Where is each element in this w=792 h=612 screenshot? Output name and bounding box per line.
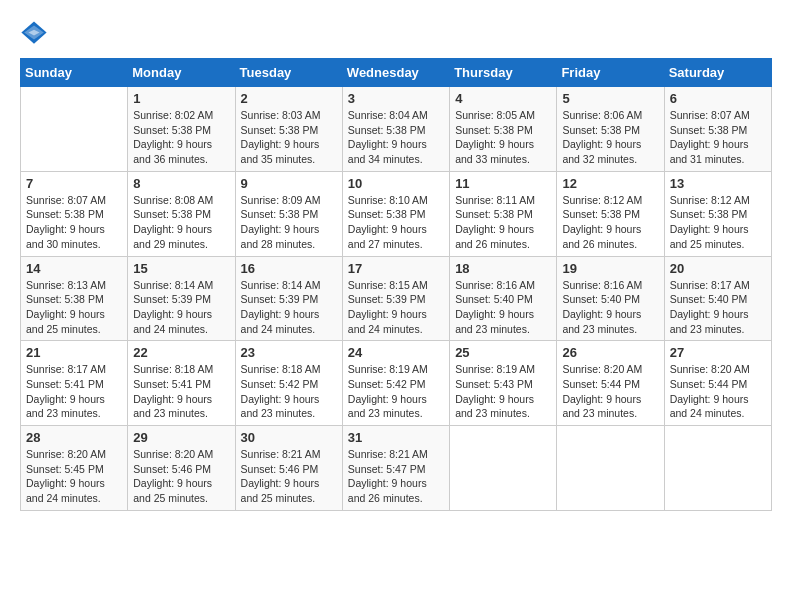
day-info: Sunrise: 8:17 AM Sunset: 5:41 PM Dayligh… bbox=[26, 362, 122, 421]
calendar-cell: 8Sunrise: 8:08 AM Sunset: 5:38 PM Daylig… bbox=[128, 171, 235, 256]
calendar-cell: 6Sunrise: 8:07 AM Sunset: 5:38 PM Daylig… bbox=[664, 87, 771, 172]
calendar-body: 1Sunrise: 8:02 AM Sunset: 5:38 PM Daylig… bbox=[21, 87, 772, 511]
calendar-cell bbox=[557, 426, 664, 511]
day-info: Sunrise: 8:09 AM Sunset: 5:38 PM Dayligh… bbox=[241, 193, 337, 252]
calendar-cell: 18Sunrise: 8:16 AM Sunset: 5:40 PM Dayli… bbox=[450, 256, 557, 341]
day-number: 4 bbox=[455, 91, 551, 106]
day-info: Sunrise: 8:21 AM Sunset: 5:47 PM Dayligh… bbox=[348, 447, 444, 506]
header-day-thursday: Thursday bbox=[450, 59, 557, 87]
logo bbox=[20, 20, 50, 48]
day-info: Sunrise: 8:07 AM Sunset: 5:38 PM Dayligh… bbox=[670, 108, 766, 167]
day-info: Sunrise: 8:19 AM Sunset: 5:42 PM Dayligh… bbox=[348, 362, 444, 421]
day-info: Sunrise: 8:04 AM Sunset: 5:38 PM Dayligh… bbox=[348, 108, 444, 167]
calendar-cell: 19Sunrise: 8:16 AM Sunset: 5:40 PM Dayli… bbox=[557, 256, 664, 341]
day-number: 10 bbox=[348, 176, 444, 191]
calendar-cell bbox=[450, 426, 557, 511]
calendar-cell: 12Sunrise: 8:12 AM Sunset: 5:38 PM Dayli… bbox=[557, 171, 664, 256]
calendar-cell: 20Sunrise: 8:17 AM Sunset: 5:40 PM Dayli… bbox=[664, 256, 771, 341]
calendar-week-3: 14Sunrise: 8:13 AM Sunset: 5:38 PM Dayli… bbox=[21, 256, 772, 341]
day-number: 1 bbox=[133, 91, 229, 106]
calendar-cell: 14Sunrise: 8:13 AM Sunset: 5:38 PM Dayli… bbox=[21, 256, 128, 341]
day-number: 18 bbox=[455, 261, 551, 276]
day-info: Sunrise: 8:11 AM Sunset: 5:38 PM Dayligh… bbox=[455, 193, 551, 252]
day-info: Sunrise: 8:02 AM Sunset: 5:38 PM Dayligh… bbox=[133, 108, 229, 167]
calendar-cell: 23Sunrise: 8:18 AM Sunset: 5:42 PM Dayli… bbox=[235, 341, 342, 426]
calendar-cell: 17Sunrise: 8:15 AM Sunset: 5:39 PM Dayli… bbox=[342, 256, 449, 341]
header-day-friday: Friday bbox=[557, 59, 664, 87]
day-info: Sunrise: 8:15 AM Sunset: 5:39 PM Dayligh… bbox=[348, 278, 444, 337]
calendar-cell: 5Sunrise: 8:06 AM Sunset: 5:38 PM Daylig… bbox=[557, 87, 664, 172]
day-number: 28 bbox=[26, 430, 122, 445]
day-info: Sunrise: 8:19 AM Sunset: 5:43 PM Dayligh… bbox=[455, 362, 551, 421]
calendar-cell: 24Sunrise: 8:19 AM Sunset: 5:42 PM Dayli… bbox=[342, 341, 449, 426]
calendar-cell: 9Sunrise: 8:09 AM Sunset: 5:38 PM Daylig… bbox=[235, 171, 342, 256]
day-number: 7 bbox=[26, 176, 122, 191]
calendar-week-2: 7Sunrise: 8:07 AM Sunset: 5:38 PM Daylig… bbox=[21, 171, 772, 256]
day-number: 25 bbox=[455, 345, 551, 360]
day-info: Sunrise: 8:08 AM Sunset: 5:38 PM Dayligh… bbox=[133, 193, 229, 252]
calendar-cell: 31Sunrise: 8:21 AM Sunset: 5:47 PM Dayli… bbox=[342, 426, 449, 511]
calendar-cell: 25Sunrise: 8:19 AM Sunset: 5:43 PM Dayli… bbox=[450, 341, 557, 426]
day-info: Sunrise: 8:14 AM Sunset: 5:39 PM Dayligh… bbox=[241, 278, 337, 337]
calendar-table: SundayMondayTuesdayWednesdayThursdayFrid… bbox=[20, 58, 772, 511]
calendar-cell: 22Sunrise: 8:18 AM Sunset: 5:41 PM Dayli… bbox=[128, 341, 235, 426]
calendar-cell: 28Sunrise: 8:20 AM Sunset: 5:45 PM Dayli… bbox=[21, 426, 128, 511]
day-number: 15 bbox=[133, 261, 229, 276]
day-info: Sunrise: 8:12 AM Sunset: 5:38 PM Dayligh… bbox=[562, 193, 658, 252]
calendar-header: SundayMondayTuesdayWednesdayThursdayFrid… bbox=[21, 59, 772, 87]
day-info: Sunrise: 8:10 AM Sunset: 5:38 PM Dayligh… bbox=[348, 193, 444, 252]
day-number: 13 bbox=[670, 176, 766, 191]
day-info: Sunrise: 8:05 AM Sunset: 5:38 PM Dayligh… bbox=[455, 108, 551, 167]
day-number: 3 bbox=[348, 91, 444, 106]
day-number: 8 bbox=[133, 176, 229, 191]
day-number: 17 bbox=[348, 261, 444, 276]
calendar-cell: 10Sunrise: 8:10 AM Sunset: 5:38 PM Dayli… bbox=[342, 171, 449, 256]
day-number: 24 bbox=[348, 345, 444, 360]
calendar-cell bbox=[21, 87, 128, 172]
header-row: SundayMondayTuesdayWednesdayThursdayFrid… bbox=[21, 59, 772, 87]
calendar-cell: 15Sunrise: 8:14 AM Sunset: 5:39 PM Dayli… bbox=[128, 256, 235, 341]
header-day-tuesday: Tuesday bbox=[235, 59, 342, 87]
day-number: 5 bbox=[562, 91, 658, 106]
day-number: 22 bbox=[133, 345, 229, 360]
day-number: 23 bbox=[241, 345, 337, 360]
calendar-week-4: 21Sunrise: 8:17 AM Sunset: 5:41 PM Dayli… bbox=[21, 341, 772, 426]
day-info: Sunrise: 8:17 AM Sunset: 5:40 PM Dayligh… bbox=[670, 278, 766, 337]
day-info: Sunrise: 8:20 AM Sunset: 5:46 PM Dayligh… bbox=[133, 447, 229, 506]
day-number: 16 bbox=[241, 261, 337, 276]
day-info: Sunrise: 8:16 AM Sunset: 5:40 PM Dayligh… bbox=[455, 278, 551, 337]
day-number: 29 bbox=[133, 430, 229, 445]
calendar-cell: 27Sunrise: 8:20 AM Sunset: 5:44 PM Dayli… bbox=[664, 341, 771, 426]
calendar-cell: 3Sunrise: 8:04 AM Sunset: 5:38 PM Daylig… bbox=[342, 87, 449, 172]
calendar-cell: 11Sunrise: 8:11 AM Sunset: 5:38 PM Dayli… bbox=[450, 171, 557, 256]
calendar-cell: 29Sunrise: 8:20 AM Sunset: 5:46 PM Dayli… bbox=[128, 426, 235, 511]
calendar-cell: 21Sunrise: 8:17 AM Sunset: 5:41 PM Dayli… bbox=[21, 341, 128, 426]
day-number: 21 bbox=[26, 345, 122, 360]
day-number: 31 bbox=[348, 430, 444, 445]
day-number: 11 bbox=[455, 176, 551, 191]
day-info: Sunrise: 8:03 AM Sunset: 5:38 PM Dayligh… bbox=[241, 108, 337, 167]
header-day-wednesday: Wednesday bbox=[342, 59, 449, 87]
day-number: 27 bbox=[670, 345, 766, 360]
header-day-saturday: Saturday bbox=[664, 59, 771, 87]
day-number: 9 bbox=[241, 176, 337, 191]
day-info: Sunrise: 8:07 AM Sunset: 5:38 PM Dayligh… bbox=[26, 193, 122, 252]
day-info: Sunrise: 8:16 AM Sunset: 5:40 PM Dayligh… bbox=[562, 278, 658, 337]
calendar-cell: 2Sunrise: 8:03 AM Sunset: 5:38 PM Daylig… bbox=[235, 87, 342, 172]
day-number: 14 bbox=[26, 261, 122, 276]
header-day-monday: Monday bbox=[128, 59, 235, 87]
day-number: 26 bbox=[562, 345, 658, 360]
day-info: Sunrise: 8:18 AM Sunset: 5:41 PM Dayligh… bbox=[133, 362, 229, 421]
page-header bbox=[20, 20, 772, 48]
day-info: Sunrise: 8:13 AM Sunset: 5:38 PM Dayligh… bbox=[26, 278, 122, 337]
calendar-week-1: 1Sunrise: 8:02 AM Sunset: 5:38 PM Daylig… bbox=[21, 87, 772, 172]
calendar-cell: 7Sunrise: 8:07 AM Sunset: 5:38 PM Daylig… bbox=[21, 171, 128, 256]
day-info: Sunrise: 8:12 AM Sunset: 5:38 PM Dayligh… bbox=[670, 193, 766, 252]
logo-icon bbox=[20, 20, 48, 48]
calendar-cell: 1Sunrise: 8:02 AM Sunset: 5:38 PM Daylig… bbox=[128, 87, 235, 172]
day-number: 19 bbox=[562, 261, 658, 276]
header-day-sunday: Sunday bbox=[21, 59, 128, 87]
day-number: 20 bbox=[670, 261, 766, 276]
calendar-cell: 30Sunrise: 8:21 AM Sunset: 5:46 PM Dayli… bbox=[235, 426, 342, 511]
day-number: 12 bbox=[562, 176, 658, 191]
